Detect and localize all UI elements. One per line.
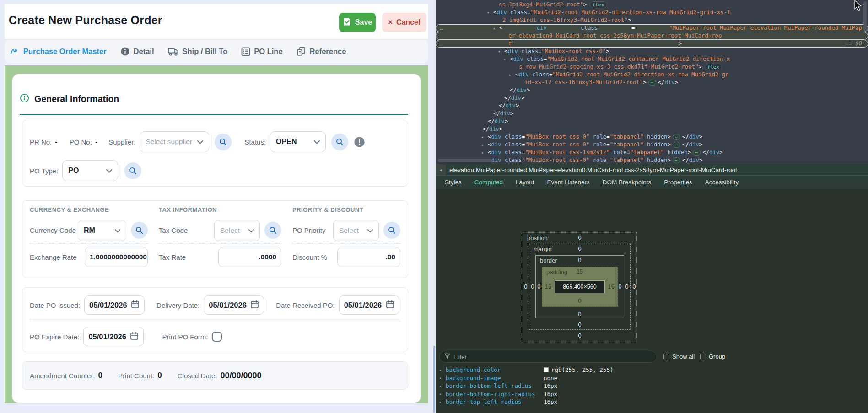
dom-tree-node[interactable]: 2 imgGird1 css-16fnxy3-MuiGrid2-root">	[436, 16, 868, 24]
dom-tree-node[interactable]: </div>	[436, 86, 868, 94]
scrollbar-thumb[interactable]	[433, 346, 435, 413]
dom-tree-node[interactable]: t"> == $0	[436, 40, 868, 48]
exchange-rate-input[interactable]: 1.0000000000000	[85, 247, 148, 267]
breadcrumb-back-button[interactable]: ◂	[436, 164, 446, 175]
devtools-tab-layout[interactable]: Layout	[509, 176, 541, 189]
code-token: div	[491, 141, 501, 148]
expand-arrow-closed-icon[interactable]: ▸	[439, 375, 446, 380]
devtools-tab-computed[interactable]: Computed	[468, 176, 509, 189]
date-received-po-input[interactable]: 05/01/2026	[339, 295, 399, 315]
expand-inline-icon[interactable]: ⋯	[648, 80, 656, 86]
position-bottom: 0	[578, 333, 582, 339]
tab-label: Detail	[134, 47, 154, 56]
expand-arrow-open-icon[interactable]: ▾	[498, 48, 501, 55]
expand-arrow-closed-icon[interactable]: ▸	[481, 133, 484, 141]
po-type-select[interactable]: PO	[62, 160, 118, 181]
code-token: >	[667, 134, 670, 140]
dom-tree-node[interactable]: ▾<div class="MuiGrid2-root MuiGrid2-dire…	[436, 9, 868, 16]
computed-property-row[interactable]: ▸border-bottom-right-radius16px	[436, 390, 868, 398]
expand-arrow-closed-icon[interactable]: ▸	[509, 71, 512, 79]
computed-property-row[interactable]: ▸background-imagenone	[436, 374, 868, 382]
screenshot-root: Create New Purchase Order Save × Cancel …	[0, 0, 868, 413]
supplier-select[interactable]: Select supplier	[140, 131, 209, 152]
dom-tree-node[interactable]: id-xs-12 css-16fnxy3-MuiGrid2-root">⋯</d…	[436, 79, 868, 86]
expand-arrow-open-icon[interactable]: ▾	[503, 55, 506, 63]
expand-inline-icon[interactable]: ⋯	[673, 134, 680, 140]
tax-code-search-button[interactable]	[264, 222, 281, 239]
expand-inline-icon[interactable]: ⋯	[693, 150, 701, 156]
delivery-date-input[interactable]: 05/01/2026	[204, 295, 264, 315]
dom-tree-node[interactable]: ▾<div class="MuiGrid2-root MuiGrid2-cont…	[436, 55, 868, 63]
dom-tree-node[interactable]: …▾<div class="MuiPaper-root MuiPaper-ele…	[436, 24, 868, 32]
flex-badge[interactable]: flex	[590, 1, 607, 8]
dom-tree-node[interactable]: ss-1pi8xg4-MuiGrid2-root">flex	[436, 1, 868, 9]
dom-tree-node[interactable]: ▸<div class="MuiGrid2-root MuiGrid2-dire…	[436, 71, 868, 79]
po-priority-select[interactable]: Select	[333, 220, 379, 241]
tab-po-line[interactable]: PO Line	[241, 47, 282, 56]
discount-input[interactable]: .00	[337, 247, 400, 267]
tab-reference[interactable]: Reference	[297, 47, 346, 56]
print-po-form-checkbox[interactable]	[212, 332, 222, 342]
node-options-dots[interactable]: …	[440, 24, 443, 32]
show-all-checkbox[interactable]	[663, 354, 669, 359]
expand-arrow-closed-icon[interactable]: ▸	[481, 141, 484, 149]
filter-input[interactable]: Filter	[439, 351, 657, 363]
general-info-header: General Information	[20, 90, 413, 108]
expand-arrow-closed-icon[interactable]: ▸	[439, 384, 446, 388]
expand-arrow-closed-icon[interactable]: ▸	[481, 149, 484, 156]
dom-tree-node[interactable]: er-elevation0 MuiCard-root css-2s58ym-Mu…	[436, 32, 868, 40]
position-top: 0	[578, 235, 582, 241]
group-checkbox[interactable]	[700, 354, 706, 359]
dom-tree-node[interactable]: ▸<div class="MuiBox-root css-0" role="ta…	[436, 141, 868, 149]
currency-search-button[interactable]	[131, 222, 148, 239]
status-search-button[interactable]	[331, 134, 348, 150]
flex-badge[interactable]: flex	[705, 64, 722, 70]
dom-tree-node[interactable]: ▸<div class="MuiBox-root css-0" role="ta…	[436, 156, 868, 164]
dom-tree-node[interactable]: </div>	[436, 102, 868, 110]
dom-tree-node[interactable]: s-row MuiGrid2-spacing-xs-3 css-dkd71f-M…	[436, 63, 868, 71]
devtools-tab-dom-breakpoints[interactable]: DOM Breakpoints	[596, 176, 658, 189]
po-type-search-button[interactable]	[124, 162, 141, 179]
currency-select[interactable]: RM	[78, 220, 126, 241]
computed-property-row[interactable]: ▸border-bottom-left-radius16px	[436, 382, 868, 390]
tax-code-select[interactable]: Select	[214, 220, 260, 241]
tab-detail[interactable]: Detail	[120, 47, 154, 56]
status-select[interactable]: OPEN	[270, 131, 326, 152]
dom-tree-node[interactable]: ▾<div class="MuiBox-root css-0">	[436, 48, 868, 55]
dom-tree-node[interactable]: </div>	[436, 125, 868, 133]
computed-property-row[interactable]: ▸background-colorrgb(255, 255, 255)	[436, 366, 868, 374]
tab-ship-bill-to[interactable]: Ship / Bill To	[168, 47, 228, 56]
devtools-tab-accessibility[interactable]: Accessibility	[699, 176, 745, 189]
supplier-search-button[interactable]	[215, 134, 232, 150]
expand-inline-icon[interactable]: ⋯	[673, 142, 680, 148]
expand-arrow-closed-icon[interactable]: ▸	[439, 392, 446, 396]
cancel-button[interactable]: × Cancel	[382, 13, 426, 32]
devtools-tab-styles[interactable]: Styles	[438, 176, 468, 189]
expand-inline-icon[interactable]: ⋯	[673, 157, 680, 163]
expand-arrow-closed-icon[interactable]: ▸	[439, 400, 446, 404]
code-token: role	[589, 141, 606, 148]
po-expire-date-input[interactable]: 05/01/2026	[83, 327, 144, 346]
color-swatch-icon[interactable]	[544, 367, 549, 372]
expand-arrow-open-icon[interactable]: ▾	[493, 25, 496, 32]
dom-tree-node[interactable]: </div>	[436, 94, 868, 102]
dom-tree-node[interactable]: ▸<div class="MuiBox-root css-0" role="ta…	[436, 133, 868, 141]
computed-property-row[interactable]: ▸border-top-left-radius16px	[436, 398, 868, 406]
code-token: >	[505, 118, 508, 124]
section-title: General Information	[34, 94, 119, 104]
devtools-vertical-scrollbar[interactable]	[863, 1, 867, 31]
tax-rate-input[interactable]: .0000	[218, 247, 281, 267]
po-priority-search-button[interactable]	[383, 222, 400, 239]
dom-tree-node[interactable]: </div>	[436, 118, 868, 125]
dom-tree-node[interactable]: </div>	[436, 110, 868, 118]
tab-purchase-order-master[interactable]: Purchase Order Master	[10, 47, 107, 56]
devtools-tab-properties[interactable]: Properties	[658, 176, 699, 189]
expand-arrow-open-icon[interactable]: ▾	[487, 9, 490, 16]
devtools-horizontal-scrollbar[interactable]	[438, 159, 493, 162]
save-button[interactable]: Save	[339, 13, 376, 32]
expand-arrow-closed-icon[interactable]: ▸	[439, 368, 446, 372]
dom-tree-node[interactable]: ▸<div class="MuiBox-root css-1sm2s1z" ro…	[436, 149, 868, 156]
devtools-tab-event-listeners[interactable]: Event Listeners	[541, 176, 596, 189]
date-po-issued-input[interactable]: 05/01/2026	[84, 295, 145, 315]
po-type-value: PO	[68, 166, 79, 175]
